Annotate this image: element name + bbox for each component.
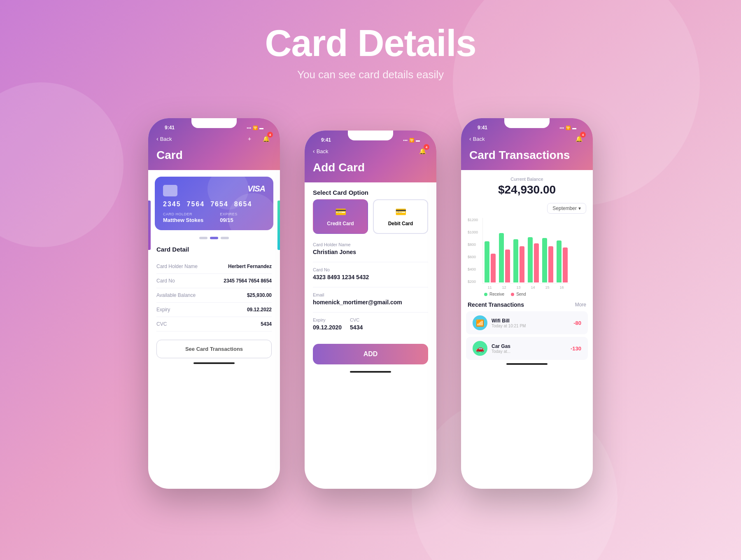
more-link[interactable]: More [575,302,586,308]
transaction-name-1: Car Gas [492,343,566,349]
card-dot-2[interactable] [210,237,218,239]
plus-icon-left: + [248,135,251,142]
transaction-info-1: Car Gas Today at... [492,343,566,354]
card-holder-section: CARD HOLDER Matthew Stokes [163,212,203,223]
card-expires-label: EXPIRES [220,212,238,216]
battery-icon-center: ▬ [416,138,420,142]
detail-label-0: Card Holder Name [156,264,198,269]
detail-label-1: Card No [156,278,175,284]
transaction-name-0: Wifi Bill [492,318,569,324]
card-visual-left: VISA 2345 7564 7654 8654 CARD HOLDER Mat… [155,177,273,230]
detail-row-0: Card Holder Name Herbert Fernandez [156,259,272,274]
bg-blob-2 [0,82,124,247]
phone-right: 9:41 ▪▪▪ 🛜 ▬ ‹ Back 🔔 4 [461,118,593,489]
home-bar-left [193,362,235,364]
month-button[interactable]: September ▾ [547,203,586,214]
card-num-2: 7564 [187,201,205,208]
transaction-amount-0: -80 [573,320,581,326]
chart-bars [482,218,569,284]
y-label-2: $800 [468,243,478,247]
back-button-left[interactable]: ‹ Back [156,135,172,142]
month-label: September [552,205,577,211]
card-number: 2345 7564 7654 8654 [163,201,265,208]
chart-legend: Receive Send [482,292,586,296]
cvc-field: CVC 5434 [350,317,363,331]
status-time-left: 9:41 [165,125,175,131]
detail-row-1: Card No 2345 7564 7654 8654 [156,274,272,288]
see-transactions-button[interactable]: See Card Transactions [156,340,272,358]
transaction-item-0[interactable]: 📶 Wifi Bill Today at 10:21 PM -80 [466,311,588,334]
chart-x-labels: 11 12 13 14 15 16 [482,284,586,289]
expiry-field: Expiry 09.12.2020 [313,317,342,331]
debit-card-option[interactable]: 💳 Debit Card [373,199,428,234]
card-detail-section: Card Detail Card Holder Name Herbert Fer… [148,246,280,331]
transaction-icon-0: 📶 [473,315,487,330]
x-label-0: 11 [484,285,495,289]
bar-receive-0 [485,241,489,282]
holder-field-label: Card Holder Name [313,242,428,247]
chart-y-labels: $1200 $1000 $800 $600 $400 $200 [468,218,478,284]
month-selector: September ▾ [461,203,593,214]
email-value: homenick_mortimer@gmail.com [313,299,428,306]
back-button-center[interactable]: ‹ Back [313,148,329,154]
add-card-form: Card Holder Name Christian Jones Card No… [305,242,436,337]
card-option-row: 💳 Credit Card 💳 Debit Card [305,199,436,234]
transaction-icon-1: 🚗 [473,341,487,356]
x-label-4: 15 [542,285,553,289]
detail-label-3: Expiry [156,307,170,313]
back-label-right: Back [473,136,485,142]
chart-container: $1200 $1000 $800 $600 $400 $200 [461,218,593,296]
card-num-1: 2345 [163,201,181,208]
x-label-5: 16 [556,285,567,289]
status-icons-right: ▪▪▪ 🛜 ▬ [559,126,576,130]
wifi-icon-right: 🛜 [566,126,571,130]
back-label-left: Back [160,136,172,142]
back-chevron-center: ‹ [313,148,315,154]
teal-bar [277,201,280,250]
x-label-3: 14 [527,285,538,289]
battery-icon-left: ▬ [259,126,263,130]
detail-label-2: Available Balance [156,292,196,298]
detail-row-3: Expiry 09.12.2022 [156,303,272,317]
bar-receive-1 [499,233,504,282]
page-title: Card Details [265,25,476,62]
card-dots [148,237,280,239]
transaction-item-1[interactable]: 🚗 Car Gas Today at... -130 [466,337,588,360]
legend-receive: Receive [484,292,504,296]
notif-button-center[interactable]: 🔔 4 [417,145,428,157]
wifi-icon-center: 🛜 [409,138,414,142]
detail-row-4: CVC 5434 [156,317,272,331]
credit-card-option[interactable]: 💳 Credit Card [313,199,368,234]
card-dot-1[interactable] [199,237,207,239]
legend-dot-receive [484,293,487,296]
card-num-3: 7654 [210,201,228,208]
notif-button-right[interactable]: 🔔 4 [573,133,585,145]
signal-icon-left: ▪▪▪ [247,126,251,130]
add-button-left[interactable]: + [244,133,255,145]
transaction-amount-1: -130 [571,345,581,352]
chart-group-3 [528,237,539,282]
notif-badge-center: 4 [424,144,429,150]
cvc-value: 5434 [350,324,363,331]
x-label-1: 12 [499,285,510,289]
card-holder-label: CARD HOLDER [163,212,203,216]
chart-group-2 [513,239,524,282]
legend-dot-send [511,293,514,296]
card-dot-3[interactable] [221,237,229,239]
chevron-down-icon: ▾ [578,205,581,211]
detail-value-4: 5434 [261,321,272,327]
right-header-nav: ‹ Back 🔔 4 [469,133,585,145]
y-label-1: $1000 [468,230,478,234]
transaction-date-1: Today at... [492,349,566,354]
add-card-button[interactable]: ADD [313,344,428,364]
expiry-label: Expiry [313,317,342,322]
notif-button-left[interactable]: 🔔 4 [260,133,272,145]
credit-card-label: Credit Card [327,221,354,226]
holder-field-value: Christian Jones [313,249,428,255]
phone-right-notch [504,118,550,128]
back-button-right[interactable]: ‹ Back [469,135,485,142]
card-detail-title: Card Detail [156,246,272,253]
transactions-title: Recent Transactions [468,301,524,308]
holder-field: Card Holder Name Christian Jones [313,242,428,255]
bar-send-2 [520,246,524,282]
